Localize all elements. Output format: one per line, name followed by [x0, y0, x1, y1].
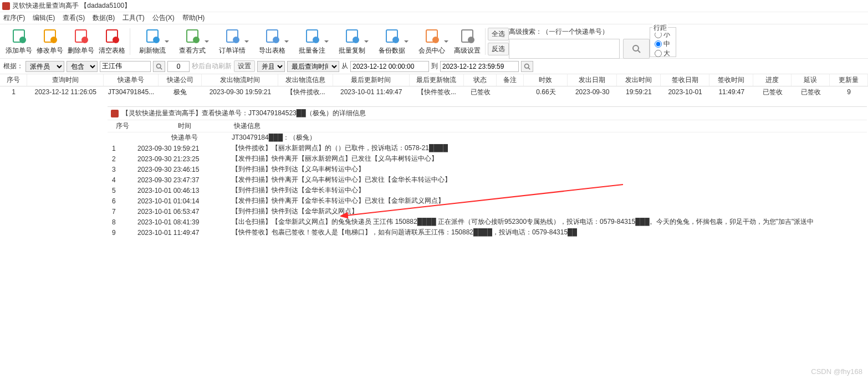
grid-cell: 已签收 [792, 86, 830, 98]
grid-col-tno[interactable]: 快递单号 [104, 74, 158, 86]
order-detail-button[interactable]: 订单详情 [212, 25, 252, 58]
detail-cell-time: 2023-10-01 08:41:39 [137, 218, 232, 226]
grid-col-status[interactable]: 状态 [464, 74, 497, 86]
toolbar-label: 查看方式 [179, 46, 206, 55]
detail-row[interactable]: 82023-10-01 08:41:39【出仓扫描】【金华新武义网点】的兔兔快递… [108, 217, 867, 227]
menu-item[interactable]: 工具(T) [122, 13, 144, 23]
grid-row[interactable]: 12023-12-12 11:26:05JT304791845...极兔2023… [0, 86, 868, 98]
detail-cell-time: 2023-10-01 06:53:47 [137, 208, 232, 216]
doc-plus-icon [10, 27, 28, 45]
detail-row[interactable]: 42023-09-30 23:47:37【发件扫描】快件离开【义乌丰树转运中心】… [108, 175, 867, 185]
detail-row[interactable]: 22023-09-30 21:23:25【发件扫描】快件离开【丽水新碧网点】已发… [108, 153, 867, 164]
grid-col-stime[interactable]: 发出物流时间 [202, 74, 278, 86]
detail-cell-time: 2023-09-30 23:47:37 [137, 176, 232, 184]
detail-cell-seq: 1 [110, 145, 137, 152]
detail-row[interactable]: 92023-10-01 11:49:47【快件签收】包裹已签收！签收人是【电梯口… [108, 227, 867, 238]
detail-row[interactable]: 12023-09-30 19:59:21【快件揽收】【丽水新碧网点】的（）已取件… [108, 143, 867, 153]
grid-col-dur[interactable]: 时效 [524, 74, 568, 86]
grid-cell: 【快件揽收... [278, 86, 333, 98]
grid-col-seq[interactable]: 序号 [0, 74, 27, 86]
grid-col-comp[interactable]: 快递公司 [159, 74, 202, 86]
settings-link[interactable]: 设置 [234, 60, 255, 72]
edit-order-button[interactable]: 修改单号 [34, 25, 65, 58]
member-button[interactable]: 会员中心 [412, 25, 452, 58]
detail-cell-seq: 4 [110, 176, 137, 184]
grid-col-rdate[interactable]: 签收日期 [661, 74, 710, 86]
detail-cell-seq: 8 [110, 218, 137, 226]
toolbar-label: 会员中心 [418, 46, 445, 55]
detail-title-bar: 【灵软快递批量查询高手】查看快递单号：JT30479184523██（极兔）的详… [108, 107, 867, 120]
logic-select[interactable]: 并且 [257, 61, 285, 72]
backup-button[interactable]: 备份数据 [372, 25, 412, 58]
export-button[interactable]: 导出表格 [252, 25, 292, 58]
grid-col-qtime[interactable]: 查询时间 [27, 74, 104, 86]
basis-select[interactable]: 派件员 [25, 61, 64, 72]
filter-bar: 根据： 派件员 包含 秒后自动刷新 设置 并且 最后查询时间 从 到 [0, 59, 868, 74]
invert-selection-button[interactable]: 反选 [488, 43, 509, 55]
add-order-button[interactable]: 添加单号 [3, 25, 34, 58]
detail-row[interactable]: 72023-10-01 06:53:47【到件扫描】快件到达【金华新武义网点】 [108, 206, 867, 217]
advanced-search-button[interactable] [623, 39, 650, 59]
menu-item[interactable]: 编辑(E) [33, 13, 55, 23]
grid-header: 序号查询时间快递单号快递公司发出物流时间发出物流信息最后更新时间最后更新物流状态… [0, 74, 868, 86]
time-field-select[interactable]: 最后查询时间 [287, 61, 339, 72]
batch-note-button[interactable]: 批量备注 [292, 25, 332, 58]
select-all-button[interactable]: 全选 [488, 28, 509, 40]
grid-col-uinfo[interactable]: 最后更新物流 [410, 74, 464, 86]
svg-point-3 [50, 37, 57, 43]
clear-table-button[interactable]: 清空表格 [96, 25, 127, 58]
settings-button[interactable]: 高级设置 [452, 25, 483, 58]
query-input[interactable] [100, 61, 151, 72]
app-icon [2, 2, 10, 10]
detail-cell-time: 2023-10-01 11:49:47 [137, 229, 232, 237]
auto-refresh-label: 秒后自动刷新 [192, 62, 232, 71]
grid-col-stime2[interactable]: 发出时间 [617, 74, 661, 86]
menu-item[interactable]: 查看(S) [63, 13, 85, 23]
svg-point-11 [193, 37, 200, 43]
grid-col-upd[interactable]: 更新量 [830, 74, 868, 86]
grid-col-sinfo[interactable]: 发出物流信息 [278, 74, 333, 86]
view-icon [183, 27, 201, 45]
svg-point-15 [273, 37, 279, 43]
view-mode-button[interactable]: 查看方式 [172, 25, 212, 58]
line-spacing-option[interactable]: 大 [655, 49, 671, 58]
grid-col-prog[interactable]: 进度 [753, 74, 792, 86]
note-icon [303, 27, 321, 45]
detail-cell-msg: 【到件扫描】快件到达【义乌丰树转运中心】 [232, 165, 865, 174]
detail-row[interactable]: 32023-09-30 23:46:15【到件扫描】快件到达【义乌丰树转运中心】 [108, 164, 867, 175]
menu-item[interactable]: 程序(F) [3, 13, 25, 23]
contain-select[interactable]: 包含 [67, 61, 98, 72]
toolbar-label: 刷新物流 [139, 46, 166, 55]
detail-cell-msg: 【到件扫描】快件到达【金华新武义网点】 [232, 207, 865, 216]
grid-col-rtime[interactable]: 签收时间 [709, 74, 753, 86]
advanced-search-input[interactable] [509, 39, 620, 59]
grid-col-delay[interactable]: 延误 [792, 74, 830, 86]
grid-cell: 已签收 [753, 86, 792, 98]
search-button[interactable] [153, 61, 165, 72]
to-datetime[interactable] [440, 61, 519, 72]
from-datetime[interactable] [350, 61, 429, 72]
delete-order-button[interactable]: 删除单号 [65, 25, 96, 58]
grid-col-note[interactable]: 备注 [497, 74, 524, 86]
detail-cell-msg: 【发件扫描】快件离开【义乌丰树转运中心】已发往【金华长丰转运中心】 [232, 175, 865, 185]
grid-cell: 2023-10-01 11:49:47 [333, 86, 410, 98]
line-spacing-legend: 行距 [652, 23, 668, 33]
doc-x-icon [72, 27, 90, 45]
menu-item[interactable]: 帮助(H) [182, 13, 205, 23]
pencil-icon [41, 27, 59, 45]
grid-cell: 2023-09-30 19:59:21 [202, 86, 278, 98]
grid-col-sdate[interactable]: 发出日期 [568, 74, 617, 86]
grid-col-utime[interactable]: 最后更新时间 [333, 74, 410, 86]
menu-item[interactable]: 数据(B) [93, 13, 115, 23]
detail-trackno-value: JT30479184███：（极兔） [232, 133, 865, 142]
batch-copy-button[interactable]: 批量复制 [332, 25, 372, 58]
filter-search-button[interactable] [521, 61, 533, 72]
toolbar-label: 修改单号 [37, 46, 63, 55]
detail-row[interactable]: 52023-10-01 00:46:13【到件扫描】快件到达【金华长丰转运中心】 [108, 185, 867, 196]
svg-point-1 [19, 37, 26, 43]
refresh-button[interactable]: 刷新物流 [132, 25, 172, 58]
menu-item[interactable]: 公告(X) [152, 13, 175, 23]
line-spacing-option[interactable]: 中 [655, 39, 671, 49]
svg-point-5 [81, 37, 88, 43]
detail-row[interactable]: 62023-10-01 01:04:14【发件扫描】快件离开【金华长丰转运中心】… [108, 196, 867, 206]
